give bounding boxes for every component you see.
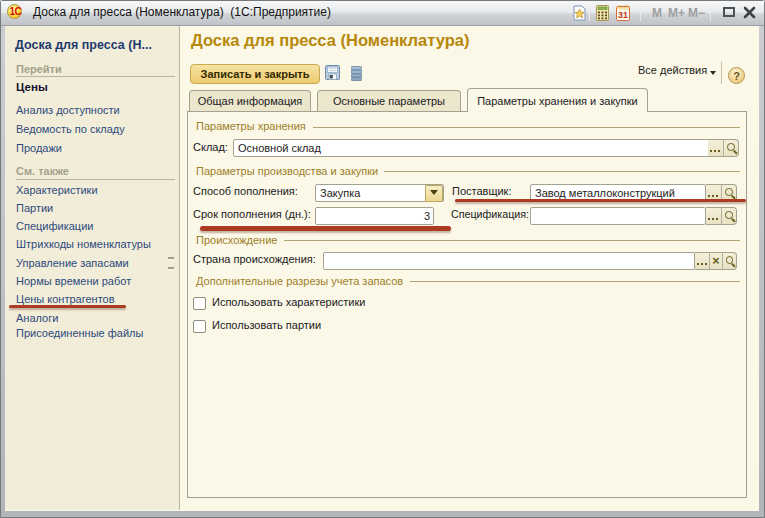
svg-text:31: 31	[618, 10, 628, 20]
